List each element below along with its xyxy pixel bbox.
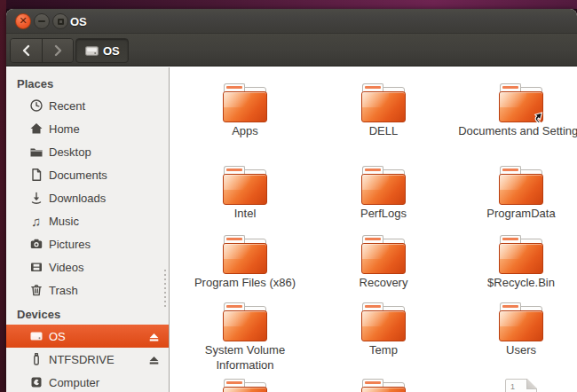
camera-icon bbox=[28, 237, 43, 252]
folder-item-users[interactable]: Users bbox=[454, 302, 577, 357]
desktop-folder-icon bbox=[28, 145, 43, 160]
sidebar-header-places: Places bbox=[6, 73, 169, 94]
sidebar-item-label: Computer bbox=[49, 376, 99, 389]
folder-item-recovery[interactable]: Recovery bbox=[317, 235, 450, 290]
folder-icon bbox=[361, 302, 406, 341]
minimize-icon bbox=[38, 20, 45, 22]
folder-label: Apps bbox=[178, 123, 312, 138]
sidebar-item-ntfsdrive[interactable]: NTFSDRIVE bbox=[6, 348, 169, 371]
folder-label: DELL bbox=[317, 123, 450, 138]
music-note-icon: ♫ bbox=[28, 214, 43, 229]
folder-label: ProgramData bbox=[454, 206, 577, 221]
symlink-arrow-icon bbox=[532, 110, 546, 124]
sidebar-item-label: Documents bbox=[49, 169, 107, 182]
folder-item-intel[interactable]: Intel bbox=[178, 166, 312, 221]
folder-item-programdata[interactable]: ProgramData bbox=[454, 166, 577, 221]
folder-icon bbox=[223, 166, 267, 205]
close-button[interactable]: ✕ bbox=[15, 13, 31, 29]
download-icon bbox=[28, 191, 43, 206]
drive-icon bbox=[84, 43, 99, 59]
close-icon: ✕ bbox=[19, 16, 27, 26]
sidebar-item-label: Trash bbox=[49, 284, 78, 297]
sidebar-item-label: Videos bbox=[49, 261, 84, 274]
folder-item--recycle-bin[interactable]: $Recycle.Bin bbox=[454, 235, 577, 290]
desktop-background-left bbox=[0, 0, 6, 392]
sidebar: PlacesRecentHomeDesktopDocumentsDownload… bbox=[6, 67, 170, 392]
trash-icon bbox=[28, 283, 43, 298]
eject-icon[interactable] bbox=[146, 329, 162, 344]
sidebar-item-documents[interactable]: Documents bbox=[6, 163, 169, 186]
folder-item-dell[interactable]: DELL bbox=[317, 83, 450, 138]
folder-item-partial[interactable] bbox=[317, 379, 450, 392]
sidebar-item-os[interactable]: OS bbox=[6, 325, 169, 348]
folder-item-perflogs[interactable]: PerfLogs bbox=[317, 166, 450, 221]
sidebar-item-label: Recent bbox=[49, 99, 85, 113]
home-icon bbox=[28, 122, 43, 137]
film-icon bbox=[28, 260, 43, 275]
chevron-left-icon bbox=[20, 43, 34, 58]
folder-label: PerfLogs bbox=[317, 206, 450, 221]
folder-label: System Volume Information bbox=[178, 342, 312, 372]
file-item-partial[interactable]: 1 bbox=[454, 379, 577, 392]
sidebar-item-label: Music bbox=[49, 215, 79, 228]
folder-item-partial[interactable] bbox=[178, 379, 312, 392]
sidebar-item-home[interactable]: Home bbox=[6, 117, 169, 140]
folder-item-system-volume-information[interactable]: System Volume Information bbox=[178, 302, 312, 372]
folder-item-temp[interactable]: Temp bbox=[317, 302, 450, 357]
computer-icon bbox=[28, 375, 43, 390]
sidebar-item-label: NTFSDRIVE bbox=[49, 353, 115, 366]
usb-drive-icon bbox=[28, 352, 43, 367]
sidebar-item-videos[interactable]: Videos bbox=[6, 255, 169, 278]
sidebar-item-recent[interactable]: Recent bbox=[6, 94, 169, 117]
sidebar-item-label: Pictures bbox=[49, 238, 91, 251]
sidebar-item-downloads[interactable]: Downloads bbox=[6, 186, 169, 209]
folder-label: Intel bbox=[178, 206, 312, 221]
back-button[interactable] bbox=[11, 39, 42, 62]
navigation-group bbox=[10, 38, 74, 63]
folder-icon bbox=[499, 83, 543, 122]
breadcrumb-label: OS bbox=[103, 44, 120, 58]
folder-view[interactable]: AppsDELLDocuments and SettingsIntelPerfL… bbox=[170, 67, 577, 392]
titlebar[interactable]: ✕ OS bbox=[6, 9, 577, 34]
folder-icon bbox=[223, 83, 267, 122]
eject-icon[interactable] bbox=[146, 352, 162, 367]
sidebar-item-label: Downloads bbox=[49, 192, 106, 205]
folder-icon bbox=[499, 235, 543, 274]
window-title: OS bbox=[70, 9, 87, 34]
breadcrumb-os[interactable]: OS bbox=[75, 38, 129, 63]
document-icon bbox=[28, 168, 43, 183]
folder-icon bbox=[499, 302, 543, 341]
folder-icon bbox=[223, 379, 267, 392]
sidebar-item-music[interactable]: ♫Music bbox=[6, 209, 169, 232]
forward-button[interactable] bbox=[42, 39, 73, 62]
maximize-icon bbox=[58, 19, 64, 25]
sidebar-item-label: Home bbox=[49, 122, 80, 136]
desktop-background-top bbox=[0, 0, 577, 9]
text-file-icon: 1 bbox=[505, 379, 537, 392]
folder-item-apps[interactable]: Apps bbox=[178, 83, 312, 138]
file-preview-text: 1 bbox=[510, 382, 515, 391]
maximize-button[interactable] bbox=[52, 13, 68, 29]
folder-label: Users bbox=[454, 342, 577, 357]
sidebar-header-devices: Devices bbox=[6, 303, 169, 325]
minimize-button[interactable] bbox=[34, 13, 50, 29]
folder-label: Recovery bbox=[317, 275, 450, 290]
folder-icon bbox=[361, 379, 406, 392]
folder-icon bbox=[361, 166, 406, 205]
sidebar-item-desktop[interactable]: Desktop bbox=[6, 140, 169, 163]
folder-icon bbox=[223, 302, 267, 341]
folder-item-documents-and-settings[interactable]: Documents and Settings bbox=[454, 83, 577, 138]
toolbar: OS bbox=[6, 34, 577, 67]
screen: ✕ OS OS PlacesRecentHomeDesktopDo bbox=[0, 0, 577, 392]
folder-icon bbox=[223, 235, 267, 274]
sidebar-item-pictures[interactable]: Pictures bbox=[6, 232, 169, 255]
folder-icon bbox=[361, 83, 406, 122]
sidebar-item-trash[interactable]: Trash bbox=[6, 278, 169, 302]
folder-item-program-files-x86-[interactable]: Program Files (x86) bbox=[178, 235, 312, 290]
folder-label: $Recycle.Bin bbox=[454, 275, 577, 290]
main-area: PlacesRecentHomeDesktopDocumentsDownload… bbox=[6, 67, 577, 392]
sidebar-item-label: Desktop bbox=[49, 145, 91, 159]
folder-label: Documents and Settings bbox=[454, 123, 577, 138]
sidebar-item-computer[interactable]: Computer bbox=[6, 371, 169, 392]
sidebar-item-label: OS bbox=[49, 330, 66, 343]
